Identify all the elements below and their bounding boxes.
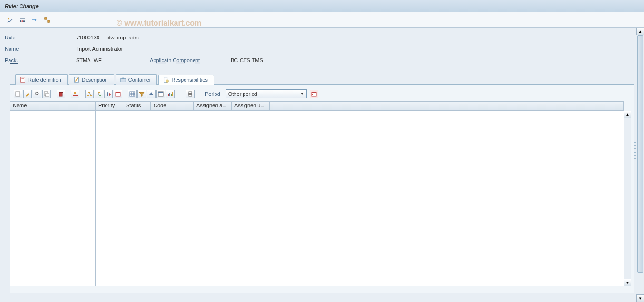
delete-button[interactable]: [57, 90, 65, 98]
col-status[interactable]: Status: [123, 102, 151, 110]
layout-button[interactable]: [156, 90, 165, 98]
svg-rect-8: [21, 78, 24, 79]
dropdown-arrow-icon: ▼: [300, 92, 304, 96]
sort-asc-button[interactable]: [147, 90, 156, 98]
svg-point-14: [166, 80, 168, 82]
create-button[interactable]: [14, 90, 22, 98]
org-icon-button[interactable]: [17, 15, 28, 25]
grid-body: ▲ ▼: [10, 111, 631, 286]
filter-button[interactable]: [137, 90, 146, 98]
change-button[interactable]: [23, 90, 32, 98]
title-bar: Rule: Change: [0, 0, 644, 12]
pack-label: Pack.: [5, 57, 76, 63]
svg-rect-29: [107, 94, 108, 96]
svg-point-28: [107, 92, 108, 94]
tab-strip: Rule definition Description Container Re…: [15, 74, 639, 85]
tab-label: Description: [82, 77, 108, 83]
svg-point-2: [21, 20, 23, 22]
tab-body: Period Other period ▼ Name Priority Stat…: [10, 84, 634, 293]
delimit-button[interactable]: [71, 90, 79, 98]
page-title: Rule: Change: [5, 3, 39, 9]
svg-rect-34: [158, 92, 163, 93]
svg-rect-44: [312, 94, 313, 95]
svg-point-3: [23, 20, 25, 22]
period-label: Period: [205, 91, 220, 97]
svg-rect-36: [169, 93, 170, 96]
name-value: Import Administrator: [76, 46, 123, 52]
print-button[interactable]: [186, 90, 195, 98]
tab-label: Container: [128, 77, 151, 83]
app-toolbar: [0, 12, 644, 28]
scroll-up-icon[interactable]: ▲: [636, 28, 644, 35]
svg-rect-15: [16, 92, 20, 96]
tab-label: Responsibilities: [171, 77, 207, 83]
transport-button[interactable]: [29, 15, 40, 25]
svg-rect-4: [20, 18, 25, 19]
svg-rect-12: [122, 77, 124, 79]
name-label: Name: [5, 46, 76, 52]
period-value: Other period: [228, 91, 257, 97]
svg-rect-26: [98, 92, 100, 93]
svg-rect-6: [48, 20, 49, 22]
scroll-up-icon[interactable]: ▲: [624, 111, 631, 118]
svg-rect-43: [312, 92, 316, 93]
scroll-down-icon[interactable]: ▼: [624, 279, 631, 286]
outer-vscrollbar[interactable]: ▲ ▼: [636, 28, 644, 302]
svg-rect-38: [172, 92, 173, 96]
col-assigned-u[interactable]: Assigned u...: [232, 102, 270, 110]
scroll-down-icon[interactable]: ▼: [636, 294, 644, 302]
col-name[interactable]: Name: [10, 102, 96, 110]
svg-rect-35: [168, 94, 169, 96]
svg-rect-31: [116, 92, 120, 93]
inner-vscrollbar[interactable]: ▲ ▼: [624, 111, 631, 286]
form-area: Rule 71000136 ctw_imp_adm Name Import Ad…: [0, 28, 644, 295]
svg-rect-20: [59, 92, 63, 93]
rule-id-value: 71000136: [76, 35, 99, 40]
tab-container[interactable]: Container: [116, 74, 157, 85]
period-select[interactable]: Other period ▼: [226, 89, 307, 98]
stats-button[interactable]: [166, 90, 175, 98]
display-button[interactable]: [33, 90, 41, 98]
insert-button[interactable]: [95, 90, 103, 98]
hierarchy-button[interactable]: [85, 90, 94, 98]
tab-rule-definition[interactable]: Rule definition: [15, 74, 68, 85]
svg-rect-41: [189, 95, 192, 96]
copy-button[interactable]: [42, 90, 51, 98]
date-button[interactable]: [114, 90, 122, 98]
svg-rect-18: [46, 93, 49, 97]
svg-rect-37: [171, 94, 172, 96]
col-assigned-a[interactable]: Assigned a...: [194, 102, 232, 110]
rule-name-value: ctw_imp_adm: [107, 35, 139, 40]
svg-point-0: [8, 18, 10, 19]
tab-responsibilities[interactable]: Responsibilities: [158, 75, 214, 85]
where-used-button[interactable]: [42, 15, 52, 25]
svg-rect-19: [59, 93, 62, 96]
toggle-display-button[interactable]: [5, 15, 15, 25]
col-code[interactable]: Code: [151, 102, 194, 110]
svg-rect-9: [21, 80, 24, 80]
pack-value: STMA_WF: [76, 57, 150, 63]
svg-point-1: [20, 20, 22, 22]
svg-rect-25: [90, 95, 92, 96]
svg-rect-5: [45, 17, 47, 19]
col-priority[interactable]: Priority: [96, 102, 123, 110]
data-column[interactable]: ▲ ▼: [96, 111, 631, 286]
col-rest: [270, 102, 624, 110]
svg-rect-23: [88, 92, 90, 93]
scrollbar-thumb[interactable]: [637, 35, 643, 273]
svg-rect-21: [73, 95, 78, 96]
svg-rect-27: [99, 95, 101, 96]
svg-rect-11: [121, 78, 126, 82]
tree-column[interactable]: [10, 111, 96, 286]
splitter-handle[interactable]: [634, 142, 636, 161]
svg-rect-24: [87, 95, 89, 96]
svg-rect-40: [189, 92, 192, 93]
tab-description[interactable]: Description: [69, 74, 114, 85]
appcomp-label: Applicatn Component: [150, 57, 231, 63]
inner-toolbar: Period Other period ▼: [10, 85, 634, 101]
watermark: © www.tutorialkart.com: [117, 19, 201, 28]
appcomp-value: BC-CTS-TMS: [231, 57, 263, 63]
agents-button[interactable]: [104, 90, 113, 98]
column-config-button[interactable]: [128, 90, 137, 98]
calendar-button[interactable]: [310, 90, 318, 98]
